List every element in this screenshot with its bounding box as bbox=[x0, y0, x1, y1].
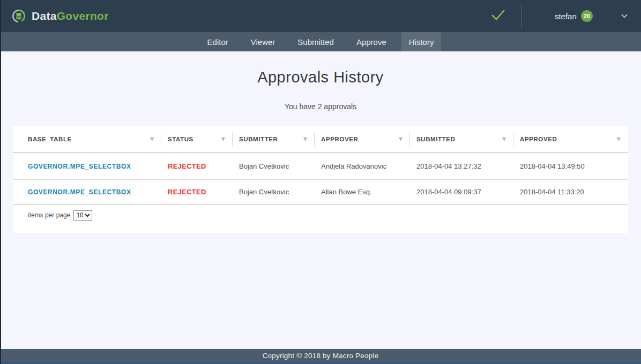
table-header-row: BASE_TABLE STATUS SUBMITTER bbox=[13, 126, 628, 153]
column-header-submitter: SUBMITTER bbox=[233, 126, 315, 153]
column-header-label: APPROVED bbox=[520, 136, 557, 142]
nav-tab-approve[interactable]: Approve bbox=[349, 32, 394, 51]
filter-icon[interactable] bbox=[220, 136, 226, 142]
approver-cell: Allan Bowe Esq. bbox=[315, 179, 410, 204]
main-content: Approvals History You have 2 approvals B… bbox=[0, 51, 641, 349]
approved-cell: 2018-04-04 11:33:20 bbox=[513, 179, 628, 204]
filter-icon[interactable] bbox=[616, 136, 622, 142]
nav-tab-submitted[interactable]: Submitted bbox=[290, 32, 341, 51]
submitted-cell: 2018-04-04 13:27:32 bbox=[410, 153, 513, 179]
user-menu-chevron-down-icon[interactable] bbox=[618, 9, 630, 23]
user-badge: 20 bbox=[581, 10, 593, 22]
column-header-label: BASE_TABLE bbox=[28, 136, 72, 142]
items-per-page-label: items per page bbox=[28, 211, 70, 219]
approved-cell: 2018-04-04 13:49:50 bbox=[513, 153, 628, 179]
app-header: DataGovernor stefan 20 bbox=[0, 0, 641, 32]
column-header-approved: APPROVED bbox=[513, 126, 628, 153]
items-per-page-select[interactable]: 10 bbox=[73, 210, 92, 221]
submitter-cell: Bojan Cvetkovic bbox=[233, 179, 315, 204]
submitter-cell: Bojan Cvetkovic bbox=[233, 153, 315, 179]
filter-icon[interactable] bbox=[149, 136, 155, 142]
approvals-count-text: You have 2 approvals bbox=[0, 102, 641, 111]
column-header-approver: APPROVER bbox=[315, 126, 410, 153]
main-nav: Editor Viewer Submitted Approve History bbox=[0, 32, 641, 51]
user-menu[interactable]: stefan 20 bbox=[521, 10, 602, 22]
nav-tab-viewer[interactable]: Viewer bbox=[243, 32, 283, 51]
column-header-label: SUBMITTER bbox=[239, 136, 278, 142]
submitted-cell: 2018-04-04 09:09:37 bbox=[410, 179, 513, 204]
pagination-bar: items per page 10 bbox=[13, 205, 628, 221]
status-badge: REJECTED bbox=[168, 162, 206, 170]
filter-icon[interactable] bbox=[501, 136, 507, 142]
column-header-status: STATUS bbox=[161, 126, 233, 153]
header-right: stefan 20 bbox=[475, 4, 630, 28]
base-table-link[interactable]: GOVERNOR.MPE_SELECTBOX bbox=[28, 188, 131, 196]
table-row: GOVERNOR.MPE_SELECTBOX REJECTED Bojan Cv… bbox=[13, 179, 628, 204]
filter-icon[interactable] bbox=[302, 136, 308, 142]
brand-name-part2: Governor bbox=[57, 10, 109, 22]
base-table-link[interactable]: GOVERNOR.MPE_SELECTBOX bbox=[28, 163, 131, 170]
copyright-text: Copyright © 2018 by Macro People bbox=[0, 349, 641, 362]
nav-tab-history[interactable]: History bbox=[401, 32, 442, 51]
approvals-table: BASE_TABLE STATUS SUBMITTER bbox=[13, 126, 628, 205]
column-header-base-table: BASE_TABLE bbox=[13, 126, 161, 153]
page-title: Approvals History bbox=[0, 69, 641, 86]
approver-cell: Andjela Radovanovic bbox=[315, 153, 410, 179]
approvals-table-card: BASE_TABLE STATUS SUBMITTER bbox=[13, 126, 628, 233]
approvals-check-icon[interactable] bbox=[475, 8, 521, 24]
column-header-label: SUBMITTED bbox=[416, 136, 455, 142]
table-row: GOVERNOR.MPE_SELECTBOX REJECTED Bojan Cv… bbox=[13, 153, 628, 179]
brand-name: DataGovernor bbox=[32, 10, 109, 22]
status-badge: REJECTED bbox=[168, 188, 206, 196]
filter-icon[interactable] bbox=[398, 136, 404, 142]
nav-tab-editor[interactable]: Editor bbox=[200, 32, 236, 51]
brand-logo[interactable]: DataGovernor bbox=[11, 8, 109, 24]
column-header-label: STATUS bbox=[168, 136, 193, 142]
app-footer: Copyright © 2018 by Macro People bbox=[0, 349, 641, 364]
column-header-submitted: SUBMITTED bbox=[410, 126, 513, 153]
column-header-label: APPROVER bbox=[321, 136, 358, 142]
user-name: stefan bbox=[555, 12, 577, 21]
datagovernor-logo-icon bbox=[11, 8, 27, 24]
brand-name-part1: Data bbox=[32, 10, 57, 22]
